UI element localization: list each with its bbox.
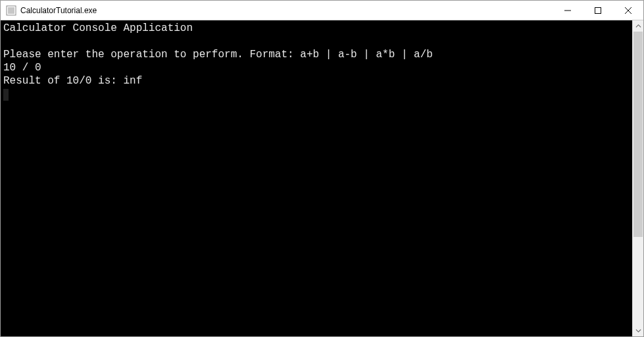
- scroll-thumb[interactable]: [633, 32, 643, 237]
- client-area: Calculator Console ApplicationPlease ent…: [1, 20, 643, 336]
- console-line: Please enter the operation to perform. F…: [3, 48, 630, 61]
- console-output[interactable]: Calculator Console ApplicationPlease ent…: [1, 20, 632, 336]
- scroll-down-arrow-icon[interactable]: [633, 325, 643, 336]
- scroll-up-arrow-icon[interactable]: [633, 20, 643, 32]
- console-line: Calculator Console Application: [3, 22, 630, 35]
- svg-rect-1: [8, 7, 14, 14]
- console-line: Result of 10/0 is: inf: [3, 74, 630, 88]
- svg-rect-3: [595, 7, 601, 13]
- app-icon: [6, 5, 16, 16]
- maximize-button[interactable]: [583, 1, 613, 20]
- titlebar: CalculatorTutorial.exe: [1, 1, 643, 20]
- scroll-track[interactable]: [633, 32, 643, 325]
- minimize-button[interactable]: [553, 1, 583, 20]
- console-line: [3, 35, 630, 48]
- window-controls: [553, 1, 643, 20]
- text-cursor: [3, 89, 9, 101]
- console-cursor-line: [3, 88, 630, 101]
- close-button[interactable]: [613, 1, 643, 20]
- window-title: CalculatorTutorial.exe: [20, 6, 97, 15]
- console-line: 10 / 0: [3, 61, 630, 74]
- vertical-scrollbar[interactable]: [632, 20, 643, 336]
